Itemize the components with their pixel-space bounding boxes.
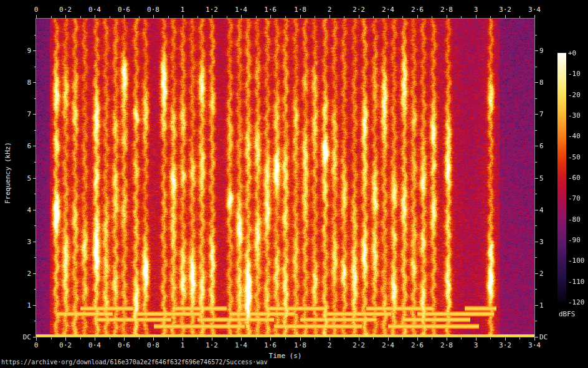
x-major-tick-bottom bbox=[241, 337, 242, 341]
y-major-tick-left bbox=[33, 337, 36, 337]
x-major-tick-bottom bbox=[330, 337, 330, 341]
y-major-tick-right bbox=[535, 242, 538, 242]
colorbar-tick-label: -50 bbox=[568, 153, 581, 161]
x-tick-label-bottom: 3·4 bbox=[522, 341, 547, 349]
y-major-tick-left bbox=[33, 210, 36, 210]
y-major-tick-left bbox=[33, 114, 36, 115]
x-major-tick-bottom bbox=[65, 337, 66, 341]
y-major-tick-left bbox=[33, 50, 36, 51]
y-minor-tick-left bbox=[34, 289, 36, 290]
x-major-tick-top bbox=[241, 15, 242, 18]
y-minor-tick-left bbox=[34, 162, 36, 163]
x-tick-label-top: 3 bbox=[463, 6, 488, 14]
x-minor-tick-top bbox=[256, 16, 257, 18]
x-minor-tick-bottom bbox=[373, 337, 374, 339]
y-tick-label-left: 7 bbox=[5, 110, 31, 118]
x-major-tick-bottom bbox=[534, 337, 535, 341]
colorbar-tick-label: -30 bbox=[568, 111, 581, 120]
x-tick-label-top: 1·6 bbox=[258, 6, 283, 14]
y-tick-label-left: 3 bbox=[5, 238, 31, 246]
y-minor-tick-right bbox=[535, 257, 537, 258]
y-minor-tick-right bbox=[535, 194, 537, 194]
y-minor-tick-left bbox=[34, 67, 36, 67]
y-tick-label-right: 3 bbox=[539, 238, 544, 246]
y-major-tick-left bbox=[33, 178, 36, 179]
y-tick-label-left: DC bbox=[5, 333, 31, 341]
x-major-tick-bottom bbox=[300, 337, 301, 341]
x-tick-label-bottom: 0·2 bbox=[53, 341, 78, 349]
y-major-tick-right bbox=[535, 114, 538, 115]
x-minor-tick-bottom bbox=[197, 337, 198, 339]
x-tick-label-bottom: 0·4 bbox=[82, 341, 107, 349]
x-major-tick-top bbox=[505, 15, 506, 18]
x-tick-label-top: 2·2 bbox=[346, 6, 371, 14]
x-tick-label-top: 2·4 bbox=[376, 6, 401, 14]
x-major-tick-bottom bbox=[183, 337, 183, 341]
source-url-caption: https://archive·org/download/616e370a2e2… bbox=[1, 359, 267, 366]
x-minor-tick-bottom bbox=[490, 337, 491, 339]
y-major-tick-left bbox=[33, 242, 36, 242]
colorbar-tick-label: -20 bbox=[568, 91, 581, 99]
x-minor-tick-top bbox=[373, 16, 374, 18]
x-major-tick-top bbox=[359, 15, 359, 18]
x-major-tick-top bbox=[124, 15, 125, 18]
x-tick-label-top: 3·4 bbox=[522, 6, 547, 14]
x-major-tick-bottom bbox=[36, 337, 37, 341]
x-major-tick-top bbox=[36, 15, 37, 18]
x-major-tick-top bbox=[270, 15, 271, 18]
x-major-tick-bottom bbox=[505, 337, 506, 341]
x-tick-label-bottom: 2·2 bbox=[346, 341, 371, 349]
y-major-tick-left bbox=[33, 305, 36, 306]
x-minor-tick-top bbox=[315, 16, 315, 18]
y-tick-label-left: 1 bbox=[5, 301, 31, 309]
spectrogram-canvas bbox=[36, 19, 534, 337]
y-minor-tick-right bbox=[535, 35, 537, 35]
y-major-tick-right bbox=[535, 305, 538, 306]
x-minor-tick-top bbox=[461, 16, 462, 18]
y-major-tick-left bbox=[33, 82, 36, 83]
y-minor-tick-left bbox=[34, 98, 36, 99]
x-major-tick-top bbox=[388, 15, 389, 18]
y-minor-tick-right bbox=[535, 225, 537, 226]
x-tick-label-top: 0 bbox=[24, 6, 49, 14]
x-minor-tick-bottom bbox=[285, 337, 286, 339]
x-tick-label-bottom: 1·8 bbox=[288, 341, 313, 349]
x-tick-label-top: 1 bbox=[170, 6, 195, 14]
colorbar-tick-label: -60 bbox=[568, 174, 581, 182]
x-tick-label-bottom: 2·6 bbox=[405, 341, 430, 349]
y-minor-tick-right bbox=[535, 67, 537, 67]
x-minor-tick-bottom bbox=[110, 337, 110, 339]
x-tick-label-bottom: 3·2 bbox=[493, 341, 518, 349]
y-major-tick-right bbox=[535, 337, 538, 337]
y-minor-tick-right bbox=[535, 321, 537, 321]
x-major-tick-top bbox=[183, 15, 183, 18]
x-minor-tick-top bbox=[139, 16, 140, 18]
y-tick-label-right: 1 bbox=[539, 301, 544, 309]
y-major-tick-right bbox=[535, 146, 538, 146]
y-minor-tick-right bbox=[535, 289, 537, 290]
y-tick-label-left: 4 bbox=[5, 206, 31, 214]
colorbar-tick-label: +0 bbox=[568, 49, 576, 57]
x-minor-tick-bottom bbox=[315, 337, 315, 339]
x-tick-label-top: 2·8 bbox=[434, 6, 459, 14]
x-tick-label-bottom: 1·2 bbox=[199, 341, 224, 349]
x-minor-tick-top bbox=[402, 16, 403, 18]
y-minor-tick-left bbox=[34, 257, 36, 258]
colorbar-tick-label: -10 bbox=[568, 70, 581, 78]
y-tick-label-left: 8 bbox=[5, 78, 31, 87]
y-major-tick-right bbox=[535, 273, 538, 274]
x-tick-label-bottom: 1·6 bbox=[258, 341, 283, 349]
x-major-tick-bottom bbox=[388, 337, 389, 341]
x-minor-tick-top bbox=[344, 16, 344, 18]
y-tick-label-left: 9 bbox=[5, 47, 31, 55]
x-major-tick-top bbox=[300, 15, 301, 18]
x-tick-label-top: 1·2 bbox=[199, 6, 224, 14]
x-tick-label-bottom: 2·4 bbox=[376, 341, 401, 349]
x-tick-label-top: 0·4 bbox=[82, 6, 107, 14]
y-tick-label-right: 6 bbox=[539, 142, 544, 150]
x-minor-tick-bottom bbox=[461, 337, 462, 339]
x-major-tick-bottom bbox=[417, 337, 418, 341]
colorbar-tick-label: -90 bbox=[568, 236, 581, 244]
x-tick-label-bottom: 2 bbox=[317, 341, 342, 349]
x-tick-label-bottom: 0 bbox=[24, 341, 49, 349]
